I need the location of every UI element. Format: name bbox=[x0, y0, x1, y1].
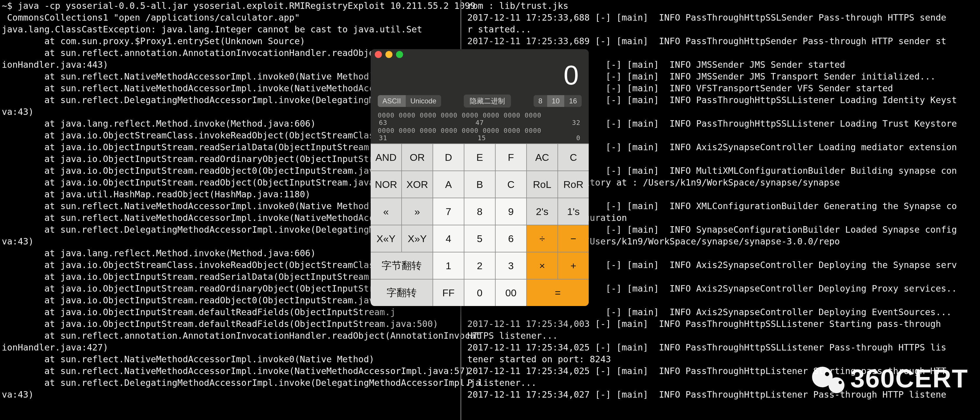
calc-keypad: AND OR D E F AC C NOR XOR A B C RoL RoR … bbox=[371, 143, 589, 306]
key-4[interactable]: 4 bbox=[433, 225, 464, 252]
key-and[interactable]: AND bbox=[371, 144, 401, 170]
key-f[interactable]: F bbox=[496, 144, 526, 170]
encoding-ascii-button[interactable]: ASCII bbox=[378, 95, 406, 107]
calc-display: 0 bbox=[371, 60, 589, 95]
key-1s[interactable]: 1's bbox=[558, 198, 589, 225]
key-xly[interactable]: X«Y bbox=[371, 225, 401, 252]
key-c[interactable]: C bbox=[558, 144, 589, 170]
window-titlebar[interactable] bbox=[371, 49, 589, 60]
zoom-icon[interactable] bbox=[396, 51, 403, 58]
key-minus[interactable]: − bbox=[558, 225, 589, 252]
key-equals[interactable]: = bbox=[527, 280, 589, 306]
bit-label-31: 31 bbox=[379, 134, 387, 142]
watermark: 360CERT bbox=[812, 363, 968, 393]
binary-bits-display: 0000 0000 0000 0000 0000 0000 0000 0000 … bbox=[371, 110, 589, 143]
minimize-icon[interactable] bbox=[385, 51, 393, 58]
wechat-icon bbox=[812, 364, 845, 393]
bitwidth-16-button[interactable]: 16 bbox=[564, 95, 582, 107]
key-9[interactable]: 9 bbox=[496, 198, 526, 225]
key-d[interactable]: D bbox=[433, 144, 464, 170]
watermark-text: 360CERT bbox=[850, 363, 968, 393]
bitwidth-segmented: 8 10 16 bbox=[534, 95, 582, 107]
bit-label-0: 0 bbox=[576, 134, 581, 142]
calc-toolbar: ASCII Unicode 隐藏二进制 8 10 16 bbox=[371, 95, 589, 110]
bit-label-63: 63 bbox=[379, 119, 387, 126]
key-6[interactable]: 6 bbox=[496, 225, 526, 252]
encoding-unicode-button[interactable]: Unicode bbox=[406, 95, 441, 107]
key-rol[interactable]: RoL bbox=[527, 171, 557, 197]
key-divide[interactable]: ÷ bbox=[527, 225, 557, 252]
bit-label-15: 15 bbox=[477, 134, 486, 142]
key-ff[interactable]: FF bbox=[433, 280, 464, 306]
close-icon[interactable] bbox=[375, 51, 382, 58]
key-shift-left[interactable]: « bbox=[371, 198, 401, 225]
key-0[interactable]: 0 bbox=[465, 280, 495, 306]
key-2s[interactable]: 2's bbox=[527, 198, 557, 225]
key-byte-reverse[interactable]: 字节翻转 bbox=[371, 252, 433, 279]
key-chex[interactable]: C bbox=[496, 171, 526, 197]
bit-label-47: 47 bbox=[476, 119, 484, 126]
bitwidth-10-button[interactable]: 10 bbox=[547, 95, 565, 107]
key-shift-right[interactable]: » bbox=[402, 198, 433, 225]
key-2[interactable]: 2 bbox=[465, 252, 495, 279]
hide-binary-button[interactable]: 隐藏二进制 bbox=[464, 95, 511, 108]
encoding-segmented: ASCII Unicode bbox=[378, 95, 441, 107]
key-1[interactable]: 1 bbox=[433, 252, 464, 279]
bit-label-32: 32 bbox=[572, 119, 581, 126]
key-nor[interactable]: NOR bbox=[371, 171, 401, 197]
bits-row-high: 0000 0000 0000 0000 0000 0000 0000 0000 bbox=[378, 111, 582, 119]
key-7[interactable]: 7 bbox=[433, 198, 464, 225]
key-e[interactable]: E bbox=[465, 144, 495, 170]
bitwidth-8-button[interactable]: 8 bbox=[534, 95, 547, 107]
key-or[interactable]: OR bbox=[402, 144, 433, 170]
key-a[interactable]: A bbox=[433, 171, 464, 197]
key-5[interactable]: 5 bbox=[465, 225, 495, 252]
key-ror[interactable]: RoR bbox=[558, 171, 589, 197]
key-ac[interactable]: AC bbox=[527, 144, 557, 170]
key-multiply[interactable]: × bbox=[527, 252, 557, 279]
key-00[interactable]: 00 bbox=[496, 280, 526, 306]
bits-row-low: 0000 0000 0000 0000 0000 0000 0000 0000 bbox=[378, 127, 582, 134]
key-xor[interactable]: XOR bbox=[402, 171, 433, 197]
key-b[interactable]: B bbox=[465, 171, 495, 197]
key-xry[interactable]: X»Y bbox=[402, 225, 433, 252]
key-8[interactable]: 8 bbox=[465, 198, 495, 225]
key-plus[interactable]: + bbox=[558, 252, 589, 279]
calculator-window: 0 ASCII Unicode 隐藏二进制 8 10 16 0000 0000 … bbox=[371, 49, 589, 306]
key-3[interactable]: 3 bbox=[496, 252, 526, 279]
key-word-reverse[interactable]: 字翻转 bbox=[371, 280, 433, 306]
